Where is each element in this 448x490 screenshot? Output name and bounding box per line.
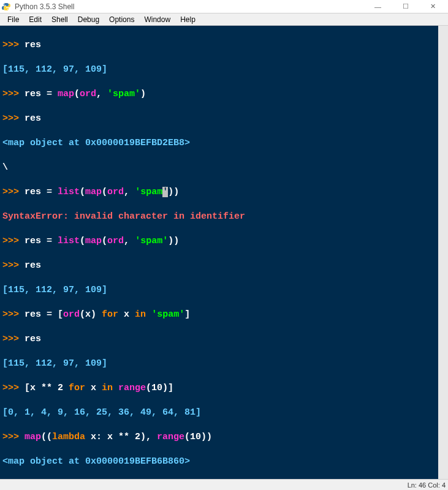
code-line: \ [2, 162, 436, 174]
svg-point-1 [7, 9, 8, 9]
code-line: >>> map((lambda x: x ** 2), range(10)) [2, 431, 436, 443]
output-line: <map object at 0x0000019BEFB6B860> [2, 456, 436, 468]
output-line: [0, 1, 4, 9, 16, 25, 36, 49, 64, 81] [2, 407, 436, 419]
error-line: SyntaxError: invalid character in identi… [2, 211, 436, 223]
close-button[interactable]: ✕ [419, 0, 447, 13]
menu-edit[interactable]: Edit [24, 14, 47, 25]
code-line: >>> res [2, 260, 436, 272]
menu-window[interactable]: Window [139, 14, 175, 25]
titlebar: Python 3.5.3 Shell — ☐ ✕ [0, 0, 448, 13]
menu-shell[interactable]: Shell [47, 14, 73, 25]
output-line: [115, 112, 97, 109] [2, 64, 436, 76]
statusbar: Ln: 46 Col: 4 [0, 479, 448, 490]
menu-options[interactable]: Options [104, 14, 139, 25]
window-controls: — ☐ ✕ [364, 0, 447, 13]
svg-point-0 [4, 4, 5, 4]
error-cursor: ' [162, 187, 168, 197]
maximize-button[interactable]: ☐ [392, 0, 419, 13]
shell-editor[interactable]: >>> res [115, 112, 97, 109] >>> res = ma… [0, 26, 448, 479]
code-line: >>> [x ** 2 for x in range(10)] [2, 382, 436, 394]
window-title: Python 3.5.3 Shell [15, 2, 364, 11]
code-line: >>> res = list(map(ord, 'spam')) [2, 186, 436, 198]
python-icon [1, 2, 11, 12]
output-line: [115, 112, 97, 109] [2, 358, 436, 370]
minimize-button[interactable]: — [364, 0, 392, 13]
menu-file[interactable]: File [2, 14, 24, 25]
output-line: <map object at 0x0000019BEFBD2EB8> [2, 137, 436, 149]
menu-help[interactable]: Help [175, 14, 200, 25]
menubar: File Edit Shell Debug Options Window Hel… [0, 13, 448, 26]
code-line: >>> res = list(map(ord, 'spam')) [2, 235, 436, 247]
code-line: >>> res = map(ord, 'spam') [2, 88, 436, 100]
code-line: >>> res = [ord(x) for x in 'spam'] [2, 309, 436, 321]
output-line: [115, 112, 97, 109] [2, 284, 436, 296]
code-line: >>> res [2, 333, 436, 345]
menu-debug[interactable]: Debug [73, 14, 104, 25]
cursor-position: Ln: 46 Col: 4 [408, 481, 446, 489]
code-line: >>> res [2, 113, 436, 125]
code-line: >>> res [2, 39, 436, 51]
